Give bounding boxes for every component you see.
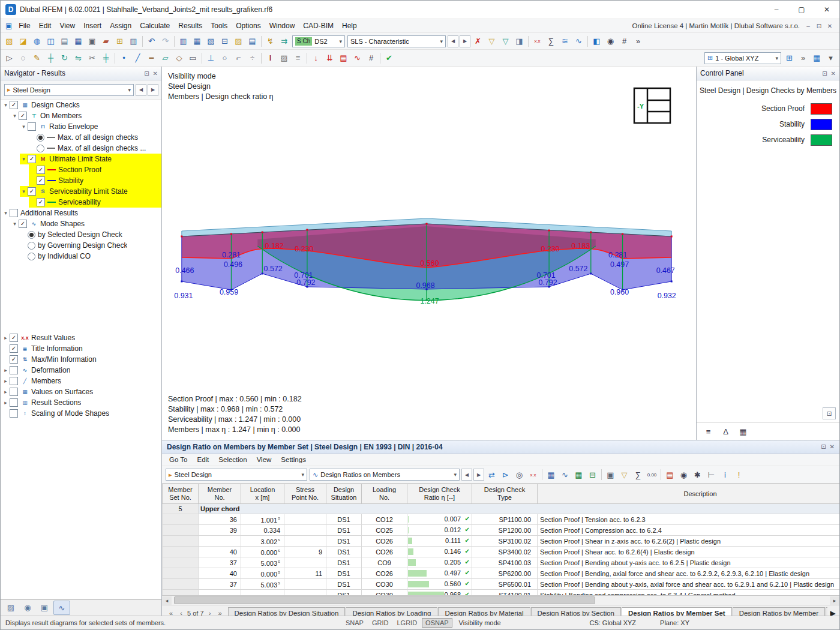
thickness-icon[interactable]: ≡ bbox=[291, 52, 305, 65]
scrollbar-thumb[interactable] bbox=[174, 596, 595, 604]
sum-icon[interactable]: ∑ bbox=[631, 468, 645, 481]
status-toggle-snap[interactable]: SNAP bbox=[342, 618, 367, 628]
imperfection-icon[interactable]: ∿ bbox=[350, 52, 364, 65]
table-menu-settings[interactable]: Settings bbox=[276, 455, 311, 464]
manage-models-icon[interactable]: ◫ bbox=[44, 35, 58, 48]
column-header-design-situation[interactable]: DesignSituation bbox=[326, 484, 362, 504]
panel-options-icon[interactable]: ≡ bbox=[701, 425, 715, 438]
expander-icon[interactable]: ▾ bbox=[2, 210, 10, 216]
menu-edit[interactable]: Edit bbox=[35, 20, 56, 31]
pointer-icon[interactable]: ▷ bbox=[2, 52, 16, 65]
table-menu-selection[interactable]: Selection bbox=[214, 455, 251, 464]
result-diagram[interactable]: 0.1820.2300.5600.2300.1830.2810.4960.466… bbox=[162, 67, 696, 440]
section-icon[interactable]: Ⅰ bbox=[263, 52, 277, 65]
zoom-icon[interactable]: ◉ bbox=[604, 35, 617, 48]
radio-button[interactable] bbox=[28, 231, 35, 239]
warning-icon[interactable]: ! bbox=[732, 468, 746, 481]
find-member-icon[interactable]: ◎ bbox=[512, 468, 526, 481]
table-menu-edit[interactable]: Edit bbox=[192, 455, 214, 464]
more-tools-icon[interactable]: » bbox=[796, 52, 810, 65]
redo-icon[interactable]: ↷ bbox=[158, 35, 172, 48]
print-icon[interactable]: ▣ bbox=[85, 35, 99, 48]
tree-item-on-members[interactable]: ▾✓⊤On Members bbox=[1, 110, 161, 121]
table-row[interactable]: 375.003sDS1CO90.205✔SP4100.03Section Pro… bbox=[163, 557, 840, 568]
table-layout-1-icon[interactable]: ▥ bbox=[176, 35, 190, 48]
show-results-icon[interactable]: ≋ bbox=[558, 35, 572, 48]
float-panel-icon[interactable]: ⊡ bbox=[144, 70, 149, 77]
measure-icon[interactable]: # bbox=[364, 52, 378, 65]
radio-button[interactable] bbox=[28, 242, 35, 250]
previous-load-case-button[interactable]: ◀ bbox=[448, 35, 458, 47]
load-case-combo[interactable]: S Ch DS2 ▾ bbox=[292, 35, 345, 47]
checkbox[interactable]: ✓ bbox=[10, 355, 18, 364]
camera-icon[interactable]: ▣ bbox=[37, 601, 52, 614]
checkbox[interactable]: ✓ bbox=[37, 176, 45, 185]
color-scale-icon[interactable]: ▦ bbox=[736, 425, 750, 438]
status-coordinate-system[interactable]: CS: Global XYZ bbox=[589, 619, 636, 626]
graphics-viewport[interactable]: 0.1820.2300.5600.2300.1830.2810.4960.466… bbox=[162, 67, 696, 440]
status-toggle-lgrid[interactable]: LGRID bbox=[393, 618, 421, 628]
checkbox[interactable] bbox=[10, 377, 18, 385]
delete-results-icon[interactable]: ✗ bbox=[471, 35, 485, 48]
close-panel-icon[interactable]: ✕ bbox=[830, 443, 835, 450]
tree-item-max-of-all-design-checks[interactable]: Max. of all design checks bbox=[1, 132, 161, 143]
expander-icon[interactable]: ▾ bbox=[20, 156, 28, 162]
view-orientation-widget[interactable]: -Y bbox=[630, 86, 673, 128]
tree-item-serviceability-limit-state[interactable]: ▾✓SServiceability Limit State bbox=[1, 186, 161, 197]
jump-to-graphic-icon[interactable]: ⊳ bbox=[499, 468, 512, 481]
solid-icon[interactable]: ◇ bbox=[172, 52, 186, 65]
close-button[interactable]: ✕ bbox=[814, 1, 839, 19]
print-table-icon[interactable]: ▣ bbox=[604, 468, 617, 481]
control-panel-icon[interactable]: ◧ bbox=[590, 35, 604, 48]
navigator-forward-button[interactable]: ▶ bbox=[148, 84, 158, 96]
menu-calculate[interactable]: Calculate bbox=[136, 20, 174, 31]
float-panel-icon[interactable]: ⊡ bbox=[822, 70, 827, 77]
info-icon[interactable]: i bbox=[718, 468, 732, 481]
tree-item-section-proof[interactable]: ✓Section Proof bbox=[1, 164, 161, 175]
combinations-icon[interactable]: ⇉ bbox=[277, 35, 291, 48]
image-export-icon[interactable]: ▨ bbox=[232, 35, 245, 48]
clipboard-icon[interactable]: ⊞ bbox=[113, 35, 127, 48]
chart-view-icon[interactable]: ∿ bbox=[558, 468, 572, 481]
tree-item-result-values[interactable]: ▸✓x.xResult Values bbox=[1, 332, 161, 343]
checkbox[interactable] bbox=[10, 409, 18, 418]
result-values-xxx-icon[interactable]: x.x bbox=[526, 468, 540, 481]
sync-selection-icon[interactable]: ⇄ bbox=[485, 468, 499, 481]
settings-icon[interactable]: ✱ bbox=[691, 468, 704, 481]
expander-icon[interactable]: ▸ bbox=[2, 335, 10, 341]
results-table[interactable]: MemberSet No.MemberNo.Locationx [m]Stres… bbox=[162, 484, 839, 595]
status-toggle-osnap[interactable]: OSNAP bbox=[422, 618, 452, 628]
menu-view[interactable]: View bbox=[55, 20, 79, 31]
checkbox[interactable] bbox=[10, 209, 18, 217]
tree-item-scaling-of-mode-shapes[interactable]: ↕Scaling of Mode Shapes bbox=[1, 408, 161, 419]
checkbox[interactable] bbox=[28, 122, 36, 131]
sum-results-icon[interactable]: ∑ bbox=[544, 35, 558, 48]
mdi-restore-icon[interactable]: ⊡ bbox=[814, 23, 824, 29]
float-panel-icon[interactable]: ⊡ bbox=[821, 443, 826, 450]
table-row[interactable]: 400.000s9DS1CO260.146✔SP3400.02Section P… bbox=[163, 547, 840, 557]
more-icon[interactable]: » bbox=[631, 35, 645, 48]
table-layout-3-icon[interactable]: ▧ bbox=[204, 35, 218, 48]
display-grid-icon[interactable]: ▦ bbox=[810, 52, 824, 65]
tree-item-by-individual-co[interactable]: by Individual CO bbox=[1, 251, 161, 262]
table-horizontal-scrollbar[interactable]: ◂ ▸ bbox=[162, 595, 839, 605]
user-cs-icon[interactable]: ⊞ bbox=[782, 52, 796, 65]
mdi-close-icon[interactable]: ✕ bbox=[825, 23, 835, 29]
radio-button[interactable] bbox=[37, 134, 44, 142]
trim-icon[interactable]: ✂ bbox=[85, 52, 99, 65]
filter-members-icon[interactable]: ▽ bbox=[499, 35, 512, 48]
table-row[interactable]: 400.000s11DS1CO260.497✔SP6200.00Section … bbox=[163, 568, 840, 579]
menu-assign[interactable]: Assign bbox=[106, 20, 136, 31]
column-header-stress-point-no[interactable]: StressPoint No. bbox=[284, 484, 326, 504]
numbering-icon[interactable]: # bbox=[617, 35, 631, 48]
column-header-design-check-type[interactable]: Design CheckType bbox=[472, 484, 538, 504]
next-result-table-button[interactable]: ▶ bbox=[473, 469, 484, 481]
node-icon[interactable]: • bbox=[117, 52, 131, 65]
tree-item-serviceability[interactable]: ✓Serviceability bbox=[1, 197, 161, 208]
radio-button[interactable] bbox=[37, 145, 44, 152]
table-design-combo[interactable]: ▸ Steel Design ▾ bbox=[166, 469, 307, 481]
expander-icon[interactable]: ▸ bbox=[2, 400, 10, 406]
scroll-left-icon[interactable]: ◂ bbox=[162, 596, 172, 605]
printout-report-icon[interactable]: ▥ bbox=[127, 35, 140, 48]
tree-item-stability[interactable]: ✓Stability bbox=[1, 175, 161, 186]
